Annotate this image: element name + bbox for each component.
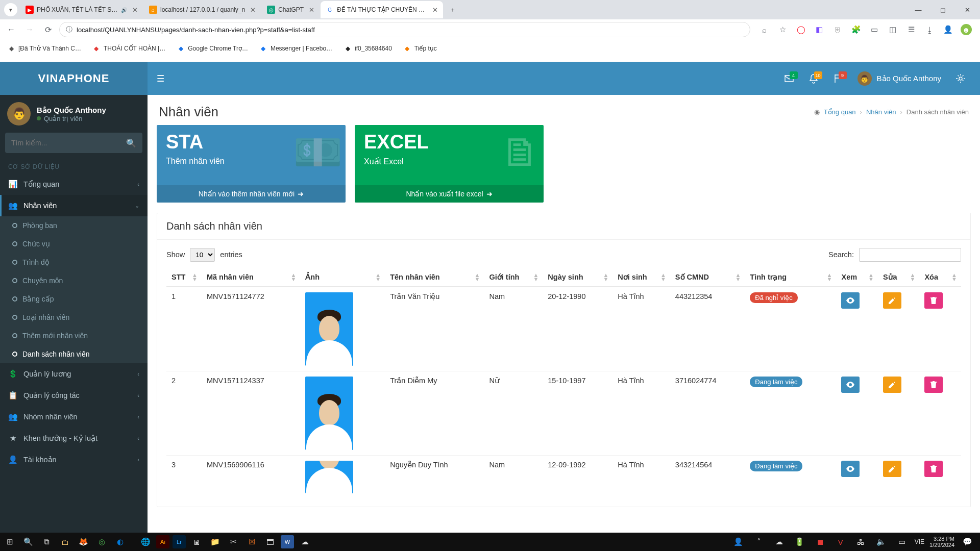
star-icon[interactable]: ☆: [777, 24, 788, 35]
browser-tab[interactable]: GĐỀ TÀI THỰC TẬP CHUYÊN NG✕: [321, 1, 443, 18]
ext-tab-icon[interactable]: ▭: [869, 24, 880, 35]
table-header[interactable]: Ngày sinh▲▼: [543, 268, 612, 287]
ime-tray-icon[interactable]: ▭: [894, 534, 910, 549]
sidebar-toggle-button[interactable]: ☰: [148, 73, 173, 84]
table-header[interactable]: Số CMND▲▼: [670, 268, 745, 287]
task-view-icon[interactable]: ⧉: [39, 534, 54, 549]
sidebar-item[interactable]: 📋Quản lý công tác‹: [0, 385, 148, 406]
edit-button[interactable]: [883, 292, 901, 309]
bookmark-item[interactable]: ◆if0_35684640: [344, 44, 392, 53]
tab-search-button[interactable]: ▾: [4, 3, 17, 16]
tray-chevron-icon[interactable]: ˄: [751, 534, 767, 549]
start-button[interactable]: ⊞: [2, 534, 17, 549]
address-bar[interactable]: ⓘ localhost/QUANLYNHANSU/pages/danh-sach…: [59, 22, 750, 37]
lens-icon[interactable]: ⌕: [758, 24, 770, 35]
volume-tray-icon[interactable]: 🔈: [874, 534, 889, 549]
browser-tab[interactable]: ▶PHỐ XUÂN, TẾT LÀ TẾT SU…🔊✕: [20, 1, 143, 18]
extensions-icon[interactable]: 🧩: [850, 24, 862, 35]
table-header[interactable]: Tên nhân viên▲▼: [385, 268, 484, 287]
view-button[interactable]: [841, 377, 860, 393]
notepad-icon[interactable]: 🗎: [189, 534, 204, 549]
bookmark-item[interactable]: ◆Tiếp tục: [403, 44, 437, 53]
ext-opera-icon[interactable]: ◯: [795, 24, 806, 35]
table-header[interactable]: STT▲▼: [166, 268, 202, 287]
sidebar-subitem[interactable]: Loại nhân viên: [0, 308, 148, 327]
app-icon[interactable]: 🗔: [262, 534, 278, 549]
illustrator-icon[interactable]: Ai: [156, 535, 169, 548]
network-tray-icon[interactable]: 🖧: [853, 534, 869, 549]
lightroom-icon[interactable]: Lr: [173, 535, 186, 548]
card-export-excel[interactable]: EXCEL Xuất Excel 🗎 Nhấn vào xuất file ex…: [355, 125, 544, 203]
topbar-settings-button[interactable]: [950, 68, 971, 89]
sidebar-subitem[interactable]: Trình độ: [0, 253, 148, 271]
window-close[interactable]: ✕: [955, 2, 979, 18]
table-header[interactable]: Giới tính▲▼: [484, 268, 543, 287]
sidebar-item[interactable]: 👤Tài khoản‹: [0, 449, 148, 470]
browser-tab[interactable]: ⌂localhost / 127.0.0.1 / quanly_n✕: [144, 1, 261, 18]
tab-close-icon[interactable]: ✕: [432, 6, 438, 14]
delete-button[interactable]: [924, 377, 943, 393]
sidebar-subitem[interactable]: Thêm mới nhân viên: [0, 327, 148, 345]
sidebar-item[interactable]: 👥Nhóm nhân viên‹: [0, 406, 148, 428]
coccoc-icon[interactable]: ◎: [94, 534, 109, 549]
search-icon[interactable]: 🔍: [126, 138, 136, 148]
tray-app2-icon[interactable]: V: [833, 534, 848, 549]
sidebar-search[interactable]: 🔍: [5, 133, 142, 153]
tray-app-icon[interactable]: ◼: [813, 534, 828, 549]
ext-purple-icon[interactable]: ◧: [814, 24, 825, 35]
app2-icon[interactable]: ☁: [297, 534, 312, 549]
audio-icon[interactable]: 🔊: [121, 7, 127, 13]
topbar-flag-button[interactable]: 9: [828, 68, 848, 89]
bookmark-item[interactable]: ◆[Đã Thử Và Thành C…: [7, 44, 81, 53]
breadcrumb-root[interactable]: Tổng quan: [824, 108, 856, 116]
tab-close-icon[interactable]: ✕: [132, 6, 138, 14]
site-info-icon[interactable]: ⓘ: [66, 25, 72, 34]
edge-icon[interactable]: ◐: [112, 534, 128, 549]
delete-button[interactable]: [924, 461, 943, 477]
onedrive-tray-icon[interactable]: ☁: [772, 534, 787, 549]
card-sta-footer[interactable]: Nhấn vào thêm nhân viên mới➜: [157, 185, 346, 203]
table-header[interactable]: Tình trạng▲▼: [745, 268, 836, 287]
bookmark-item[interactable]: ◆THOÁI CỐT HOÀN |…: [92, 44, 165, 53]
word-icon[interactable]: W: [281, 535, 294, 548]
account-icon[interactable]: 👤: [942, 24, 953, 35]
edit-button[interactable]: [883, 461, 901, 477]
view-button[interactable]: [841, 461, 860, 477]
reload-button[interactable]: ⟳: [41, 22, 55, 37]
new-tab-button[interactable]: ＋: [444, 1, 461, 18]
view-button[interactable]: [841, 292, 860, 309]
sidebar-item[interactable]: 👥Nhân viên⌄: [0, 195, 148, 216]
sidebar-subitem[interactable]: Chuyên môn: [0, 271, 148, 290]
table-header[interactable]: Ảnh▲▼: [300, 268, 385, 287]
delete-button[interactable]: [924, 292, 943, 309]
taskbar-clock[interactable]: 3:28 PM 1/29/2024: [929, 536, 954, 548]
chrome-icon[interactable]: 🌐: [138, 534, 153, 549]
sidebar-subitem[interactable]: Chức vụ: [0, 235, 148, 253]
explorer-folder-icon[interactable]: 📁: [207, 534, 223, 549]
bookmark-item[interactable]: ◆Google Chrome Trợ…: [177, 44, 248, 53]
back-button[interactable]: ←: [4, 22, 18, 37]
people-icon[interactable]: 👤: [731, 534, 746, 549]
tab-close-icon[interactable]: ✕: [250, 6, 256, 14]
table-header[interactable]: Sửa▲▼: [878, 268, 919, 287]
tab-close-icon[interactable]: ✕: [309, 6, 314, 14]
topbar-mail-button[interactable]: 4: [779, 68, 799, 89]
sidebar-subitem[interactable]: Phòng ban: [0, 216, 148, 235]
sidebar-item[interactable]: 📊Tổng quan‹: [0, 173, 148, 195]
table-header[interactable]: Mã nhân viên▲▼: [202, 268, 300, 287]
file-explorer-icon[interactable]: 🗀: [57, 534, 72, 549]
window-minimize[interactable]: ―: [906, 2, 930, 18]
length-select[interactable]: 10: [190, 248, 215, 262]
window-maximize[interactable]: ◻: [931, 2, 954, 18]
table-header[interactable]: Xóa▲▼: [919, 268, 961, 287]
side-panel-icon[interactable]: ◫: [887, 24, 898, 35]
sidebar-search-input[interactable]: [11, 139, 126, 147]
breadcrumb-mid[interactable]: Nhân viên: [866, 108, 896, 116]
card-add-staff[interactable]: STA Thêm nhân viên 💵 Nhấn vào thêm nhân …: [157, 125, 346, 203]
action-center-icon[interactable]: 💬: [960, 534, 975, 549]
profile-avatar-icon[interactable]: ☻: [961, 24, 972, 35]
browser-tab[interactable]: ◎ChatGPT✕: [262, 1, 320, 18]
ime-lang[interactable]: VIE: [915, 538, 924, 545]
reading-list-icon[interactable]: ☰: [905, 24, 917, 35]
topbar-user-menu[interactable]: 👨 Bảo Quốc Anthony: [852, 71, 946, 86]
